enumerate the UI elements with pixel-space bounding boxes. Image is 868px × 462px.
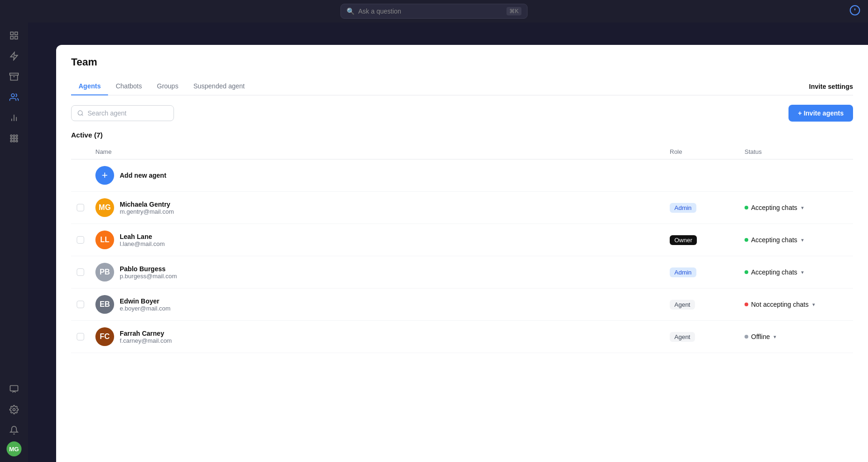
agent-role-badge-4: Agent [670,332,695,342]
agent-avatar-0: MG [95,198,114,217]
status-label-2: Accepting chats [751,268,797,276]
search-agent-input-wrap[interactable] [71,105,174,121]
tab-groups[interactable]: Groups [150,78,186,95]
inbox-sidebar-icon[interactable] [5,26,23,45]
notification-icon[interactable] [849,5,861,18]
agent-name-0: Michaela Gentry [120,201,174,208]
svg-rect-20 [11,140,12,142]
agent-email-3: e.boyer@mail.com [120,305,171,312]
agent-email-2: p.burgess@mail.com [120,273,177,280]
status-label-1: Accepting chats [751,236,797,244]
tab-chatbots[interactable]: Chatbots [108,78,149,95]
sidebar: MG [0,0,28,462]
agent-email-1: l.lane@mail.com [120,240,165,247]
svg-rect-18 [13,137,14,139]
status-chevron-4[interactable]: ▾ [774,334,776,340]
agent-role-badge-0: Admin [670,203,696,213]
agent-avatar-3: EB [95,295,114,314]
invite-agents-button[interactable]: + Invite agents [788,105,853,122]
agent-status-4[interactable]: Offline ▾ [745,333,847,340]
table-row[interactable]: EB Edwin Boyer e.boyer@mail.com Agent No… [71,289,853,321]
tabs-left: Agents Chatbots Groups Suspended agent [71,78,252,95]
svg-rect-14 [11,135,12,137]
settings-bottom-icon[interactable] [5,400,23,419]
table-row[interactable]: PB Pablo Burgess p.burgess@mail.com Admi… [71,256,853,289]
col-role-header: Role [670,148,745,155]
table-row[interactable]: LL Leah Lane l.lane@mail.com Owner Accep… [71,224,853,256]
agent-email-4: f.carney@mail.com [120,337,172,344]
agent-role-badge-3: Agent [670,300,695,310]
svg-rect-15 [13,135,14,137]
page-title: Team [71,56,853,68]
status-dot-3 [745,303,748,306]
section-title: Active (7) [71,131,853,139]
agent-name-2: Pablo Burgess [120,265,177,273]
agent-role-badge-2: Admin [670,267,696,277]
lightning-sidebar-icon[interactable] [5,47,23,65]
user-avatar[interactable]: MG [7,441,22,456]
agent-status-3[interactable]: Not accepting chats ▾ [745,301,847,308]
agent-checkbox-3[interactable] [77,301,84,308]
status-dot-4 [745,335,748,339]
search-placeholder: Ask a question [358,7,401,15]
col-status-header: Status [745,148,847,155]
agent-avatar-4: FC [95,327,114,346]
agent-checkbox-1[interactable] [77,236,84,244]
agent-name-3: Edwin Boyer [120,297,171,305]
agent-checkbox-2[interactable] [77,268,84,276]
add-agent-icon: + [95,166,114,185]
toolbar: + Invite agents [71,105,853,122]
status-chevron-1[interactable]: ▾ [801,237,804,243]
agents-list: MG Michaela Gentry m.gentry@mail.com Adm… [71,192,853,353]
search-agent-input[interactable] [87,109,168,117]
global-search[interactable]: 🔍 Ask a question ⌘K [340,4,528,19]
topbar: 🔍 Ask a question ⌘K [0,0,868,22]
svg-rect-16 [16,135,17,137]
status-chevron-3[interactable]: ▾ [812,302,815,308]
status-dot-0 [745,206,748,209]
svg-rect-8 [10,73,18,75]
status-chevron-0[interactable]: ▾ [801,205,804,211]
svg-marker-7 [11,52,18,60]
search-agent-icon [77,109,84,117]
chart-sidebar-icon[interactable] [5,108,23,127]
tabs-container: Agents Chatbots Groups Suspended agent I… [71,78,853,95]
svg-rect-22 [16,140,17,142]
messages-bottom-icon[interactable] [5,380,23,398]
table-header: Name Role Status [71,144,853,159]
status-chevron-2[interactable]: ▾ [801,269,804,275]
search-icon: 🔍 [347,7,354,15]
agent-role-badge-1: Owner [670,235,697,245]
add-agent-label: Add new agent [120,172,166,179]
svg-line-26 [82,115,83,116]
agent-status-0[interactable]: Accepting chats ▾ [745,204,847,211]
svg-point-25 [78,111,82,115]
status-label-3: Not accepting chats [751,301,809,308]
add-agent-row[interactable]: + Add new agent [71,159,853,192]
team-sidebar-icon[interactable] [5,88,23,107]
svg-rect-19 [16,137,17,139]
tab-suspended-agent[interactable]: Suspended agent [186,78,252,95]
apps-sidebar-icon[interactable] [5,129,23,148]
status-dot-1 [745,238,748,242]
table-row[interactable]: FC Farrah Carney f.carney@mail.com Agent… [71,321,853,353]
svg-rect-23 [10,386,18,391]
svg-point-24 [13,409,15,411]
col-name-header: Name [95,148,670,155]
agent-avatar-1: LL [95,231,114,249]
agent-checkbox-4[interactable] [77,333,84,340]
agent-checkbox-0[interactable] [77,204,84,211]
bell-bottom-icon[interactable] [5,421,23,440]
invite-settings-link[interactable]: Invite settings [809,83,853,90]
svg-rect-3 [11,32,14,35]
status-label-0: Accepting chats [751,204,797,211]
agent-avatar-2: PB [95,263,114,282]
archive-sidebar-icon[interactable] [5,67,23,86]
keyboard-shortcut: ⌘K [506,7,521,15]
svg-rect-4 [15,32,18,35]
tab-agents[interactable]: Agents [71,78,108,95]
agent-status-1[interactable]: Accepting chats ▾ [745,236,847,244]
svg-rect-6 [11,36,14,39]
table-row[interactable]: MG Michaela Gentry m.gentry@mail.com Adm… [71,192,853,224]
agent-status-2[interactable]: Accepting chats ▾ [745,268,847,276]
